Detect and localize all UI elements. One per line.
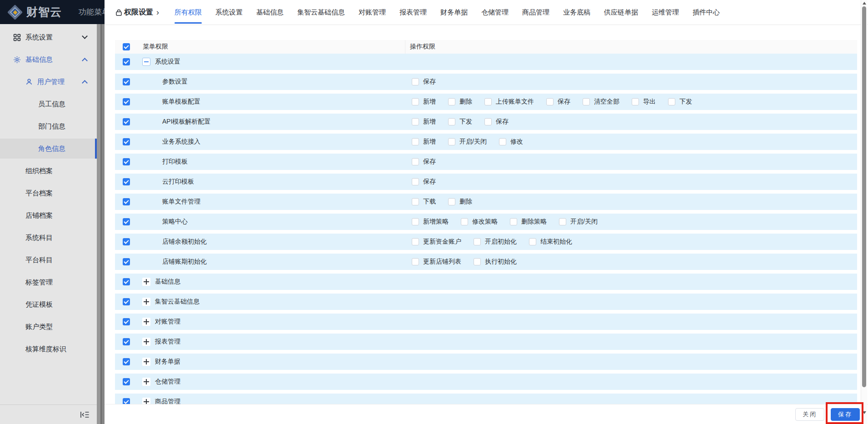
menu-checkbox[interactable] [123, 198, 130, 205]
operation-checkbox[interactable] [412, 98, 419, 105]
sidebar: 系统设置基础信息用户管理员工信息部门信息角色信息组织档案平台档案店铺档案系统科目… [0, 24, 97, 424]
sidebar-item-员工信息[interactable]: 员工信息 [0, 94, 97, 114]
operation-checkbox[interactable] [474, 238, 481, 245]
scrollbar-thumb[interactable] [862, 6, 866, 387]
operation-checkbox[interactable] [529, 238, 536, 245]
sidebar-item-账户类型[interactable]: 账户类型 [0, 317, 97, 337]
sidebar-item-基础信息[interactable]: 基础信息 [0, 50, 97, 70]
operation-checkbox[interactable] [412, 158, 419, 165]
operation-checkbox[interactable] [668, 98, 675, 105]
tab-仓储管理[interactable]: 仓储管理 [481, 0, 509, 25]
operation-checkbox[interactable] [412, 118, 419, 125]
operation-permissions: 新增删除上传账单文件保存清空全部导出下发 [412, 94, 692, 110]
tab-财务单据[interactable]: 财务单据 [440, 0, 468, 25]
menu-checkbox[interactable] [123, 138, 130, 145]
menu-checkbox[interactable] [123, 378, 130, 385]
topbar-menu-label[interactable]: 功能菜单 [79, 7, 105, 17]
operation-checkbox[interactable] [412, 78, 419, 85]
operation-checkbox[interactable] [484, 98, 492, 105]
sidebar-item-系统科目[interactable]: 系统科目 [0, 228, 97, 248]
operation-checkbox[interactable] [583, 98, 590, 105]
operation-item: 开启初始化 [474, 238, 517, 246]
operation-item: 删除 [448, 98, 472, 106]
operation-checkbox[interactable] [448, 98, 455, 105]
menu-checkbox[interactable] [123, 58, 130, 65]
expand-node-icon[interactable] [142, 298, 150, 306]
operation-label: 删除 [459, 198, 472, 206]
operation-checkbox[interactable] [474, 258, 481, 265]
menu-checkbox[interactable] [123, 118, 130, 125]
operation-checkbox[interactable] [510, 218, 517, 225]
permission-row-财务单据: 财务单据 [115, 354, 857, 370]
menu-checkbox[interactable] [123, 318, 130, 325]
menu-checkbox[interactable] [123, 178, 130, 185]
tab-业务底稿[interactable]: 业务底稿 [563, 0, 590, 25]
operation-checkbox[interactable] [412, 138, 419, 145]
operation-label: 保存 [423, 158, 436, 166]
sidebar-footer [0, 404, 97, 424]
scroll-down-arrow-icon[interactable] [863, 411, 866, 414]
operation-checkbox[interactable] [412, 178, 419, 185]
menu-checkbox[interactable] [123, 218, 130, 225]
collapse-sidebar-icon[interactable] [80, 411, 90, 419]
sidebar-item-凭证模板[interactable]: 凭证模板 [0, 294, 97, 314]
sidebar-item-组织档案[interactable]: 组织档案 [0, 161, 97, 181]
vertical-scrollbar[interactable] [861, 0, 867, 424]
sidebar-item-用户管理[interactable]: 用户管理 [0, 72, 97, 92]
tab-插件中心[interactable]: 插件中心 [693, 0, 720, 25]
sidebar-item-系统设置[interactable]: 系统设置 [0, 27, 97, 47]
expand-node-icon[interactable] [142, 338, 150, 346]
expand-node-icon[interactable] [142, 318, 150, 326]
expand-node-icon[interactable] [142, 378, 150, 386]
sidebar-item-角色信息[interactable]: 角色信息 [0, 139, 97, 159]
sidebar-item-店铺档案[interactable]: 店铺档案 [0, 205, 97, 225]
operation-checkbox[interactable] [412, 258, 419, 265]
operation-checkbox[interactable] [546, 98, 554, 105]
sidebar-item-label: 账户类型 [25, 323, 53, 331]
sidebar-item-平台科目[interactable]: 平台科目 [0, 250, 97, 270]
tab-运维管理[interactable]: 运维管理 [652, 0, 679, 25]
operation-checkbox[interactable] [412, 238, 419, 245]
operation-checkbox[interactable] [484, 118, 492, 125]
operation-checkbox[interactable] [461, 218, 468, 225]
operation-checkbox[interactable] [448, 138, 455, 145]
menu-checkbox[interactable] [123, 298, 130, 305]
operation-checkbox[interactable] [632, 98, 639, 105]
sidebar-item-核算维度标识[interactable]: 核算维度标识 [0, 339, 97, 359]
sidebar-item-标签管理[interactable]: 标签管理 [0, 272, 97, 292]
scroll-up-arrow-icon[interactable] [863, 2, 866, 5]
tab-对账管理[interactable]: 对账管理 [359, 0, 386, 25]
sidebar-item-部门信息[interactable]: 部门信息 [0, 116, 97, 136]
expand-node-icon[interactable] [142, 398, 150, 404]
tab-所有权限[interactable]: 所有权限 [175, 0, 202, 25]
operation-checkbox[interactable] [448, 198, 455, 205]
tab-供应链单据[interactable]: 供应链单据 [604, 0, 638, 25]
menu-checkbox[interactable] [123, 98, 130, 105]
operation-checkbox[interactable] [499, 138, 506, 145]
operation-checkbox[interactable] [559, 218, 566, 225]
operation-checkbox[interactable] [448, 118, 455, 125]
close-button[interactable]: 关闭 [795, 408, 824, 421]
tab-报表管理[interactable]: 报表管理 [399, 0, 427, 25]
menu-checkbox[interactable] [123, 278, 130, 285]
operation-checkbox[interactable] [412, 218, 419, 225]
menu-checkbox[interactable] [123, 258, 130, 265]
expand-node-icon[interactable] [142, 358, 150, 366]
sidebar-item-平台档案[interactable]: 平台档案 [0, 183, 97, 203]
select-all-checkbox[interactable] [123, 43, 130, 50]
menu-checkbox[interactable] [123, 78, 130, 85]
tab-系统设置[interactable]: 系统设置 [215, 0, 243, 25]
menu-checkbox[interactable] [123, 338, 130, 345]
menu-checkbox[interactable] [123, 358, 130, 365]
tab-集智云基础信息[interactable]: 集智云基础信息 [297, 0, 345, 25]
expand-node-icon[interactable] [142, 278, 150, 286]
menu-checkbox[interactable] [123, 398, 130, 404]
save-button[interactable]: 保存 [831, 408, 860, 421]
collapse-node-icon[interactable] [142, 58, 150, 66]
tab-基础信息[interactable]: 基础信息 [256, 0, 284, 25]
permission-row-业务系统接入: 业务系统接入新增开启/关闭修改 [115, 134, 857, 150]
menu-checkbox[interactable] [123, 238, 130, 245]
operation-checkbox[interactable] [412, 198, 419, 205]
menu-checkbox[interactable] [123, 158, 130, 165]
tab-商品管理[interactable]: 商品管理 [522, 0, 549, 25]
